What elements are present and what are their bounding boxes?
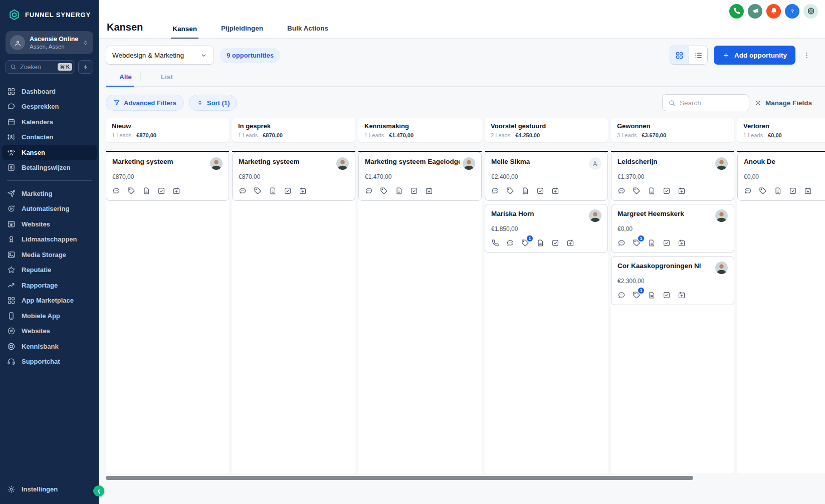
- sidebar-item-marketing[interactable]: Marketing: [2, 186, 97, 201]
- quick-phone-button[interactable]: [729, 4, 744, 19]
- quick-brand-button[interactable]: [803, 4, 818, 19]
- sidebar-collapse-button[interactable]: [93, 485, 104, 496]
- sidebar-item-websites[interactable]: Websites: [2, 216, 97, 232]
- sidebar-item-contacten[interactable]: Contacten: [2, 130, 97, 145]
- header-tab-pijpleidingen[interactable]: Pijpleidingen: [220, 25, 265, 38]
- doc-action-button[interactable]: [648, 239, 656, 247]
- column-header[interactable]: Verloren1 Leads€0,00: [737, 118, 825, 142]
- opportunity-card[interactable]: Margreet Heemskerk€0,001: [611, 204, 734, 253]
- more-options-button[interactable]: [801, 49, 812, 62]
- chat-dots-action-button[interactable]: [112, 187, 120, 195]
- phone-call-action-button[interactable]: [491, 239, 499, 247]
- check-action-button[interactable]: [157, 187, 165, 195]
- column-header[interactable]: Kennismaking1 Leads€1.470,00: [358, 118, 482, 142]
- quick-help-button[interactable]: ?: [785, 4, 799, 19]
- sort-button[interactable]: Sort (1): [189, 95, 238, 111]
- doc-action-button[interactable]: [648, 291, 656, 299]
- header-tab-bulk-actions[interactable]: Bulk Actions: [286, 25, 330, 38]
- list-view-button[interactable]: [689, 46, 707, 64]
- tag-action-button[interactable]: 1: [633, 239, 641, 247]
- add-opportunity-button[interactable]: Add opportunity: [714, 46, 795, 65]
- chat-dots-action-button[interactable]: [617, 187, 626, 195]
- opportunity-card[interactable]: Marketing systeem€870,00: [106, 152, 229, 201]
- opportunity-card[interactable]: Marketing systeem€870,00: [232, 152, 355, 201]
- sidebar-item-websites[interactable]: WWebsites: [2, 324, 97, 339]
- view-tab-list[interactable]: List: [147, 69, 175, 86]
- quick-actions-button[interactable]: [78, 60, 93, 74]
- opportunity-card[interactable]: Anouk De€0,00: [737, 152, 825, 201]
- sidebar-item-app-marketplace[interactable]: App Marketplace: [2, 293, 97, 309]
- check-action-button[interactable]: [284, 187, 292, 195]
- tag-action-button[interactable]: [254, 187, 262, 195]
- sidebar-item-betalingswijzen[interactable]: Betalingswijzen: [2, 160, 97, 176]
- tag-action-button[interactable]: 1: [633, 291, 641, 299]
- calendar-plus-action-button[interactable]: [566, 239, 574, 247]
- board-search-field[interactable]: [680, 99, 743, 107]
- chat-dots-action-button[interactable]: [617, 291, 626, 299]
- opportunity-card[interactable]: Leidscherijn€1.370,00: [611, 152, 734, 201]
- check-action-button[interactable]: [789, 187, 797, 195]
- column-header[interactable]: Voorstel gestuurd2 Leads€4.250,00: [485, 118, 608, 142]
- check-action-button[interactable]: [663, 239, 671, 247]
- sidebar-item-media-storage[interactable]: Media Storage: [2, 247, 97, 263]
- board-search-input[interactable]: [662, 94, 749, 111]
- header-tab-kansen[interactable]: Kansen: [171, 25, 198, 39]
- calendar-plus-action-button[interactable]: [551, 187, 559, 195]
- doc-action-button[interactable]: [142, 187, 150, 195]
- calendar-plus-action-button[interactable]: [678, 291, 686, 299]
- sidebar-item-mobiele-app[interactable]: Mobiele App: [2, 308, 97, 324]
- quick-bell-button[interactable]: [766, 4, 781, 19]
- chat-dots-action-button[interactable]: [491, 187, 499, 195]
- account-switcher[interactable]: Ascensie Online Assen, Assen: [6, 31, 93, 54]
- calendar-plus-action-button[interactable]: [299, 187, 307, 195]
- calendar-plus-action-button[interactable]: [678, 187, 686, 195]
- doc-action-button[interactable]: [648, 187, 656, 195]
- sidebar-search-field[interactable]: [20, 64, 54, 71]
- view-tab-alle[interactable]: Alle: [106, 69, 134, 87]
- opportunity-card[interactable]: Melle Sikma€2.400,00: [485, 152, 608, 201]
- advanced-filters-button[interactable]: Advanced Filters: [106, 95, 184, 111]
- sidebar-search-input[interactable]: ⌘ K: [6, 60, 75, 74]
- horizontal-scrollbar[interactable]: [106, 476, 693, 480]
- calendar-plus-action-button[interactable]: [172, 187, 180, 195]
- calendar-plus-action-button[interactable]: [678, 239, 686, 247]
- opportunity-card[interactable]: Marketing systeem Eagelodges€1.470,00: [358, 152, 482, 201]
- column-header[interactable]: Nieuw1 Leads€870,00: [106, 118, 229, 142]
- check-action-button[interactable]: [410, 187, 418, 195]
- doc-action-button[interactable]: [269, 187, 277, 195]
- tag-action-button[interactable]: [127, 187, 135, 195]
- check-action-button[interactable]: [663, 187, 671, 195]
- sidebar-item-supportchat[interactable]: Supportchat: [2, 354, 97, 370]
- tag-action-button[interactable]: [633, 187, 641, 195]
- chat-dots-action-button[interactable]: [239, 187, 247, 195]
- check-action-button[interactable]: [551, 239, 559, 247]
- sidebar-item-kansen[interactable]: Kansen: [2, 145, 97, 160]
- check-action-button[interactable]: [536, 187, 544, 195]
- sidebar-item-reputatie[interactable]: Reputatie: [2, 263, 97, 278]
- sidebar-item-lidmaatschappen[interactable]: Lidmaatschappen: [2, 232, 97, 247]
- tag-action-button[interactable]: [380, 187, 388, 195]
- sidebar-item-automatisering[interactable]: Automatisering: [2, 201, 97, 217]
- pipeline-select[interactable]: Webdesign & Marketing: [106, 46, 214, 65]
- sidebar-item-kalenders[interactable]: Kalenders: [2, 114, 97, 130]
- doc-action-button[interactable]: [774, 187, 782, 195]
- tag-action-button[interactable]: [759, 187, 767, 195]
- sidebar-item-gesprekken[interactable]: Gesprekken: [2, 99, 97, 115]
- column-header[interactable]: Gewonnen3 Leads€3.670,00: [611, 118, 734, 142]
- tag-action-button[interactable]: 1: [521, 239, 529, 247]
- check-action-button[interactable]: [663, 291, 671, 299]
- sidebar-item-dashboard[interactable]: Dashboard: [2, 84, 97, 99]
- opportunity-card[interactable]: Mariska Horn€1.850,001: [485, 204, 608, 253]
- chat-dots-action-button[interactable]: [617, 239, 626, 247]
- doc-action-button[interactable]: [395, 187, 403, 195]
- column-header[interactable]: In gesprek1 Leads€870,00: [232, 118, 355, 142]
- calendar-plus-action-button[interactable]: [804, 187, 812, 195]
- doc-action-button[interactable]: [536, 239, 544, 247]
- sidebar-item-instellingen[interactable]: Instellingen: [2, 482, 97, 497]
- grid-view-button[interactable]: [670, 46, 689, 64]
- assign-user-button[interactable]: [589, 157, 601, 170]
- tag-action-button[interactable]: [506, 187, 514, 195]
- calendar-plus-action-button[interactable]: [425, 187, 433, 195]
- quick-megaphone-button[interactable]: [748, 4, 762, 19]
- opportunity-card[interactable]: Cor Kaaskopgroningen Nl€2.300,001: [611, 256, 734, 305]
